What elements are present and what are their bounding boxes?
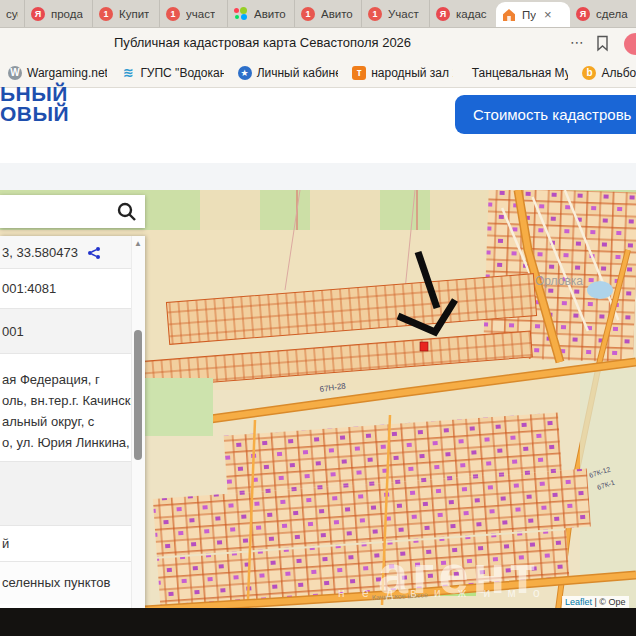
selected-parcel-marker[interactable] [420, 342, 428, 351]
tab-avito[interactable]: Авито [228, 0, 295, 27]
bookmark-label: Альбом [601, 66, 636, 80]
address-line: оль, вн.тер.г. Качинский [2, 390, 131, 411]
tab-kupit[interactable]: 1 Купит [93, 0, 160, 27]
browser-address-bar[interactable]: Публичная кадастровая карта Севастополя … [0, 28, 636, 58]
bookmark-label: Личный кабинет ( [257, 66, 339, 80]
tab-label: прода [51, 8, 83, 20]
tab-yandex-prodazha[interactable]: Я прода [25, 0, 93, 27]
bookmark-wargaming[interactable]: W Wargaming.net ID [8, 66, 107, 80]
tab-sdelat[interactable]: Я сдела [570, 0, 636, 27]
yandex-favicon: Я [576, 7, 590, 21]
album-icon: b [582, 66, 596, 80]
house-icon [502, 8, 516, 22]
logo-line-2: ОВЫЙ [0, 104, 69, 124]
tab-label: сдела [596, 8, 628, 20]
parcel-info-panel: 3, 33.580473 001:4081 001 ая Федерация, … [0, 236, 145, 608]
map-search-input[interactable] [0, 195, 145, 228]
browser-tab-bar: сус Я прода 1 Купит 1 участ Авито 1 Авит… [0, 0, 636, 28]
watermark-subtext: н е д в и ж и м о [338, 586, 547, 600]
address-line: ая Федерация, г [2, 369, 131, 390]
water-waves-icon: ≋ [121, 66, 135, 80]
search-icon[interactable] [116, 201, 138, 223]
personal-cabinet-icon: ★ [238, 66, 252, 80]
site-logo-fragment: ЬНЫЙ ОВЫЙ [0, 84, 69, 124]
bookmark-dance-music[interactable]: Танцевальная Му [467, 66, 569, 80]
leaflet-link[interactable]: Leaflet [565, 597, 592, 607]
tab-avito-2[interactable]: 1 Авито [295, 0, 362, 27]
tab-label: Пу [522, 9, 536, 21]
tab-label: участ [186, 8, 215, 20]
avito-favicon [234, 7, 248, 21]
more-options-icon[interactable]: ⋯ [570, 28, 584, 58]
header-sub-band [0, 163, 636, 190]
tab-cut[interactable]: сус [0, 0, 25, 27]
screenshot-root: сус Я прода 1 Купит 1 участ Авито 1 Авит… [0, 0, 636, 636]
tab-label: Авито [321, 8, 353, 20]
attribution-rest: | © Ope [592, 597, 625, 607]
logo-line-1: ЬНЫЙ [0, 84, 69, 104]
cadastral-quarter-row[interactable]: 001 [0, 309, 131, 354]
land-category-row[interactable]: селенных пунктов [0, 562, 131, 604]
bookmarks-bar: W Wargaming.net ID ≋ ГУПС "Водоканал ★ Л… [0, 58, 636, 88]
bookmark-vodokanal[interactable]: ≋ ГУПС "Водоканал [121, 66, 223, 80]
bookmark-narodny-zal[interactable]: т народный зал 1 п [352, 66, 453, 80]
coordinates-value: 3, 33.580473 [2, 245, 78, 260]
notification-badge-icon: 1 [301, 7, 315, 21]
address-line: альный округ, с [2, 411, 131, 432]
tab-kadastr[interactable]: Я кадас [430, 0, 496, 27]
cadastral-number-row[interactable]: 001:4081 [0, 269, 131, 309]
tab-label: сус [6, 8, 18, 20]
empty-info-row[interactable] [0, 462, 131, 526]
share-route-icon[interactable] [87, 246, 101, 260]
narodny-zal-icon: т [352, 66, 366, 80]
yandex-favicon: Я [436, 7, 450, 21]
bookmark-personal-cabinet[interactable]: ★ Личный кабинет ( [238, 66, 339, 80]
tab-active-kadastr-map[interactable]: Пу × [496, 2, 570, 27]
address-line: о, ул. Юрия Линкина, з/у [2, 432, 131, 453]
page-title: Публичная кадастровая карта Севастополя … [0, 28, 525, 58]
coordinates-row[interactable]: 3, 33.580473 [0, 236, 131, 269]
wargaming-icon: W [8, 66, 22, 80]
partial-text-value: й [2, 536, 9, 551]
partial-text-row[interactable]: й [0, 526, 131, 562]
cadastral-quarter-value: 001 [2, 324, 24, 339]
notification-badge-icon: 1 [166, 7, 180, 21]
yandex-favicon: Я [31, 7, 45, 21]
notification-badge-icon: 1 [368, 7, 382, 21]
scroll-up-icon[interactable]: ▲ [134, 239, 142, 248]
close-tab-icon[interactable]: × [544, 8, 552, 22]
tab-label: Авито [254, 8, 286, 20]
tab-uchastok-2[interactable]: 1 Участ [362, 0, 430, 27]
bottom-letterbox [0, 608, 636, 636]
bookmark-label: народный зал 1 п [371, 66, 453, 80]
tab-label: Купит [119, 8, 149, 20]
cadastral-cost-button[interactable]: Стоимость кадастровь [455, 95, 636, 134]
cadastral-number-value: 001:4081 [2, 281, 56, 296]
tab-uchastok[interactable]: 1 участ [160, 0, 228, 27]
tab-label: кадас [456, 8, 487, 20]
bookmark-label: Wargaming.net ID [27, 66, 107, 80]
bookmark-album[interactable]: b Альбом [582, 66, 636, 80]
notification-badge-icon: 1 [99, 7, 113, 21]
scrollbar-thumb[interactable] [134, 330, 142, 460]
bookmark-label: ГУПС "Водоканал [140, 66, 223, 80]
address-row[interactable]: ая Федерация, г оль, вн.тер.г. Качинский… [0, 354, 131, 462]
bookmark-icon[interactable] [596, 35, 609, 52]
place-label: Орловка [535, 274, 583, 288]
tab-label: Участ [388, 8, 419, 20]
bookmark-label: Танцевальная Му [472, 66, 569, 80]
land-category-value: селенных пунктов [2, 575, 110, 590]
